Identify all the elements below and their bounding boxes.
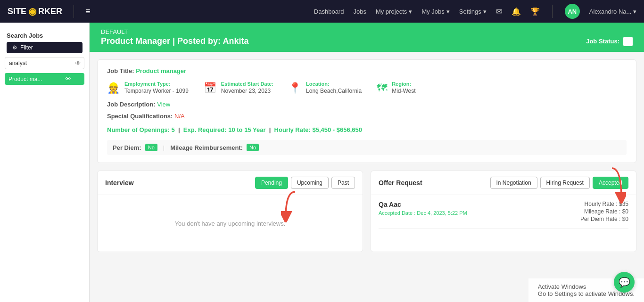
job-perm-row: Per Diem: No | Mileage Reimbursement: No xyxy=(107,140,627,155)
bottom-panels: Interview Pending Upcoming Past You don'… xyxy=(97,171,636,252)
perdiem-badge: No xyxy=(145,144,157,151)
job-title-text: Product Manager | Posted by: Ankita xyxy=(101,36,248,46)
job-meta-row: 👷 Employment Type: Temporary Worker - 10… xyxy=(107,81,627,94)
employment-type-label: Employment Type: xyxy=(124,81,189,87)
nav-divider xyxy=(74,5,74,18)
layout: Search Jobs ⚙ Filter 👁 Product ma... 👁 D… xyxy=(0,23,644,302)
chat-button[interactable]: 💬 xyxy=(614,272,635,293)
job-detail-card: Job Title: Product manager 👷 Employment … xyxy=(97,59,636,163)
interview-panel: Interview Pending Upcoming Past You don'… xyxy=(97,171,363,252)
region-label: Region: xyxy=(392,81,415,87)
interview-panel-title: Interview xyxy=(105,179,134,187)
logo-text2: RKER xyxy=(38,7,62,16)
offer-panel-tabs: In Negotiation Hiring Request Accepted xyxy=(490,177,628,189)
username-label[interactable]: Alexandro Na... ▾ xyxy=(589,8,636,15)
main-content: DEFAULT Product Manager | Posted by: Ank… xyxy=(90,23,644,302)
employment-type-item: 👷 Employment Type: Temporary Worker - 10… xyxy=(107,81,189,94)
location-icon: 📍 xyxy=(289,82,301,94)
job-status-wrap: Job Status: xyxy=(586,37,633,46)
employment-icon: 👷 xyxy=(107,82,120,94)
interview-panel-tabs: Pending Upcoming Past xyxy=(255,177,355,189)
view-desc-link[interactable]: View xyxy=(157,101,170,108)
offer-panel-header: Offer Request In Negotiation Hiring Requ… xyxy=(371,171,636,195)
offer-panel-body: Qa Aac Accepted Date : Dec 4, 2023, 5:22… xyxy=(371,195,636,234)
search-input-1-wrap: 👁 xyxy=(5,57,84,69)
sidebar-title: Search Jobs xyxy=(0,28,89,42)
location-item: 📍 Location: Long Beach,California xyxy=(289,81,362,94)
nav-dashboard[interactable]: Dashboard xyxy=(314,8,344,15)
offer-item-rates: Hourly Rate : $35 Mileage Rate : $0 Per … xyxy=(580,201,628,223)
nav-settings[interactable]: Settings ▾ xyxy=(459,8,487,15)
job-item-label: Product ma... xyxy=(8,76,42,82)
sidebar-job-item[interactable]: Product ma... 👁 xyxy=(5,73,84,85)
offer-panel: Offer Request In Negotiation Hiring Requ… xyxy=(371,171,636,252)
sidebar: Search Jobs ⚙ Filter 👁 Product ma... 👁 xyxy=(0,23,90,302)
tab-upcoming[interactable]: Upcoming xyxy=(291,177,329,189)
location-label: Location: xyxy=(306,81,362,87)
job-desc-line: Job Description: View xyxy=(107,101,627,108)
search-input-analyst[interactable] xyxy=(5,57,84,69)
tab-pending[interactable]: Pending xyxy=(255,177,288,189)
tab-accepted[interactable]: Accepted xyxy=(593,177,628,189)
interview-empty-msg: You don't have any upcoming interviews. xyxy=(175,220,286,227)
region-value: Mid-West xyxy=(392,88,415,94)
tab-hiring-request[interactable]: Hiring Request xyxy=(540,177,590,189)
job-stats-line: Number of Openings: 5 | Exp. Required: 1… xyxy=(107,126,627,133)
start-date-item: 📅 Estimated Start Date: November 23, 202… xyxy=(204,81,273,94)
offer-item: Qa Aac Accepted Date : Dec 4, 2023, 5:22… xyxy=(379,201,628,229)
nav-divider2 xyxy=(552,5,553,18)
logo-text: SITE xyxy=(8,7,26,16)
topnav: SITE◉RKER ≡ Dashboard Jobs My projects ▾… xyxy=(0,0,644,23)
tab-past[interactable]: Past xyxy=(331,177,355,189)
tab-in-negotiation[interactable]: In Negotiation xyxy=(490,177,537,189)
hamburger-icon[interactable]: ≡ xyxy=(85,7,91,16)
region-item: 🗺 Region: Mid-West xyxy=(377,81,415,94)
mileage-badge: No xyxy=(247,144,259,151)
offer-panel-title: Offer Request xyxy=(379,179,422,187)
location-value: Long Beach,California xyxy=(306,88,362,94)
nav-jobs[interactable]: Jobs xyxy=(353,8,366,15)
filter-button[interactable]: ⚙ Filter xyxy=(7,42,83,53)
job-qual-line: Special Qualifications: N/A xyxy=(107,113,627,120)
eye-icon-1[interactable]: 👁 xyxy=(75,60,81,67)
region-icon: 🗺 xyxy=(377,82,387,94)
hourly-rate: Hourly Rate : $35 xyxy=(580,201,628,207)
job-header-title: Product Manager | Posted by: Ankita Job … xyxy=(101,36,633,46)
nav-myjobs[interactable]: My Jobs ▾ xyxy=(421,8,449,15)
eye-icon-2[interactable]: 👁 xyxy=(65,75,71,82)
interview-panel-header: Interview Pending Upcoming Past xyxy=(98,171,363,195)
calendar-icon: 📅 xyxy=(204,82,216,94)
job-title-line: Job Title: Product manager xyxy=(107,67,627,74)
employment-type-value: Temporary Worker - 1099 xyxy=(124,88,189,94)
logo-dot: ◉ xyxy=(28,6,36,17)
bell-icon[interactable]: 🔔 xyxy=(512,7,521,16)
mileage-rate: Mileage Rate : $0 xyxy=(580,208,628,215)
job-status-label: Job Status: xyxy=(586,38,619,45)
mail-icon[interactable]: ✉ xyxy=(496,7,502,16)
start-date-label: Estimated Start Date: xyxy=(221,81,273,87)
user-avatar[interactable]: AN xyxy=(565,4,580,19)
breadcrumb: DEFAULT xyxy=(101,28,633,35)
job-header: DEFAULT Product Manager | Posted by: Ank… xyxy=(90,23,644,52)
job-status-box xyxy=(623,37,633,46)
offer-item-date: Accepted Date : Dec 4, 2023, 5:22 PM xyxy=(379,210,467,216)
offer-item-name: Qa Aac xyxy=(379,201,467,208)
topnav-links: Dashboard Jobs My projects ▾ My Jobs ▾ S… xyxy=(314,4,636,19)
interview-panel-body: You don't have any upcoming interviews. xyxy=(98,195,363,252)
nav-myprojects[interactable]: My projects ▾ xyxy=(376,8,412,15)
start-date-value: November 23, 2023 xyxy=(221,88,273,94)
trophy-icon[interactable]: 🏆 xyxy=(530,7,540,16)
perdiem-rate: Per Diem Rate : $0 xyxy=(580,216,628,222)
logo[interactable]: SITE◉RKER xyxy=(8,6,62,17)
filter-icon: ⚙ xyxy=(12,44,17,51)
